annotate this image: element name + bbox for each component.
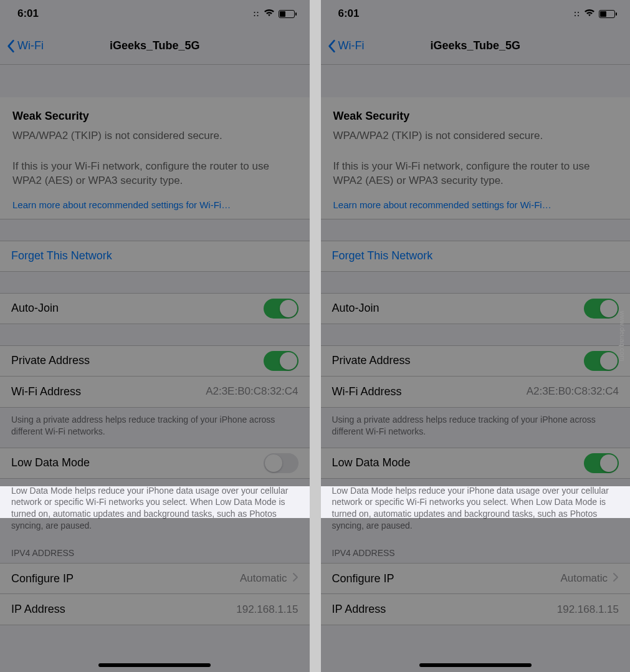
back-button[interactable]: Wi-Fi <box>327 39 365 53</box>
low-data-mode-footer: Low Data Mode helps reduce your iPhone d… <box>321 479 631 536</box>
configure-ip-label: Configure IP <box>332 572 394 585</box>
private-address-footer: Using a private address helps reduce tra… <box>0 408 310 441</box>
private-address-footer: Using a private address helps reduce tra… <box>321 408 631 441</box>
wifi-address-value: A2:3E:B0:C8:32:C4 <box>527 385 619 398</box>
forget-network-button[interactable]: Forget This Network <box>0 241 310 272</box>
nav-bar: Wi-Fi iGeeks_Tube_5G <box>321 27 631 65</box>
battery-icon <box>599 10 615 18</box>
security-warning: Weak Security WPA/WPA2 (TKIP) is not con… <box>0 97 310 219</box>
forget-network-button[interactable]: Forget This Network <box>321 241 631 272</box>
private-address-row: Private Address <box>321 345 631 377</box>
status-time: 6:01 <box>338 7 360 20</box>
back-button[interactable]: Wi-Fi <box>6 39 44 53</box>
private-address-toggle[interactable] <box>584 351 619 371</box>
configure-ip-value: Automatic <box>560 572 608 585</box>
ip-address-label: IP Address <box>332 603 386 616</box>
home-indicator[interactable] <box>419 663 532 667</box>
chevron-left-icon <box>327 39 336 53</box>
dual-sim-icon: :: <box>574 10 580 17</box>
learn-more-link[interactable]: Learn more about recommended settings fo… <box>12 199 297 210</box>
low-data-mode-row: Low Data Mode <box>321 448 631 479</box>
security-msg2: If this is your Wi-Fi network, configure… <box>333 160 618 188</box>
low-data-mode-row: Low Data Mode <box>0 448 310 479</box>
ipv4-section-label: IPV4 ADDRESS <box>321 535 631 563</box>
status-time: 6:01 <box>17 7 39 20</box>
page-title: iGeeks_Tube_5G <box>430 39 520 52</box>
ip-address-row: IP Address 192.168.1.15 <box>0 594 310 625</box>
ip-address-label: IP Address <box>11 603 65 616</box>
status-bar: 6:01 :: <box>321 0 631 27</box>
page-title: iGeeks_Tube_5G <box>110 39 200 52</box>
battery-icon <box>279 10 295 18</box>
chevron-left-icon <box>6 39 15 53</box>
security-heading: Weak Security <box>12 110 297 123</box>
wifi-icon <box>584 8 595 19</box>
chevron-right-icon <box>292 572 298 585</box>
wifi-address-value: A2:3E:B0:C8:32:C4 <box>206 385 298 398</box>
security-warning: Weak Security WPA/WPA2 (TKIP) is not con… <box>321 97 631 219</box>
status-icons: :: <box>254 8 295 19</box>
home-indicator[interactable] <box>98 663 211 667</box>
private-address-label: Private Address <box>11 354 90 367</box>
wifi-icon <box>264 8 275 19</box>
ipv4-section-label: IPV4 ADDRESS <box>0 535 310 563</box>
low-data-mode-toggle[interactable] <box>584 453 619 473</box>
configure-ip-row[interactable]: Configure IP Automatic <box>0 563 310 594</box>
watermark: www.deuaq.com <box>619 311 626 362</box>
configure-ip-row[interactable]: Configure IP Automatic <box>321 563 631 594</box>
wifi-address-row: Wi-Fi Address A2:3E:B0:C8:32:C4 <box>321 377 631 408</box>
low-data-mode-footer: Low Data Mode helps reduce your iPhone d… <box>0 479 310 536</box>
nav-bar: Wi-Fi iGeeks_Tube_5G <box>0 27 310 65</box>
private-address-label: Private Address <box>332 354 411 367</box>
low-data-mode-toggle[interactable] <box>264 453 298 473</box>
private-address-row: Private Address <box>0 345 310 377</box>
screenshot-left: 6:01 :: Wi-Fi iGeeks_Tube_5G Weak Securi… <box>0 0 310 672</box>
status-bar: 6:01 :: <box>0 0 310 27</box>
security-heading: Weak Security <box>333 110 618 123</box>
auto-join-row: Auto-Join <box>321 293 631 324</box>
dual-sim-icon: :: <box>254 10 260 17</box>
auto-join-row: Auto-Join <box>0 293 310 324</box>
chevron-right-icon <box>613 572 619 585</box>
low-data-mode-label: Low Data Mode <box>11 456 90 469</box>
auto-join-toggle[interactable] <box>264 299 298 319</box>
security-msg1: WPA/WPA2 (TKIP) is not considered secure… <box>12 129 297 143</box>
private-address-toggle[interactable] <box>264 351 298 371</box>
status-icons: :: <box>574 8 615 19</box>
configure-ip-value: Automatic <box>240 572 287 585</box>
wifi-address-label: Wi-Fi Address <box>332 385 402 398</box>
ip-address-value: 192.168.1.15 <box>236 603 298 616</box>
back-label: Wi-Fi <box>17 39 44 52</box>
screenshot-right: 6:01 :: Wi-Fi iGeeks_Tube_5G Weak Securi… <box>321 0 631 672</box>
auto-join-label: Auto-Join <box>332 302 379 315</box>
wifi-address-label: Wi-Fi Address <box>11 385 81 398</box>
back-label: Wi-Fi <box>338 39 365 52</box>
wifi-address-row: Wi-Fi Address A2:3E:B0:C8:32:C4 <box>0 377 310 408</box>
learn-more-link[interactable]: Learn more about recommended settings fo… <box>333 199 618 210</box>
security-msg2: If this is your Wi-Fi network, configure… <box>12 160 297 188</box>
ip-address-value: 192.168.1.15 <box>557 603 619 616</box>
auto-join-label: Auto-Join <box>11 302 59 315</box>
configure-ip-label: Configure IP <box>11 572 74 585</box>
low-data-mode-label: Low Data Mode <box>332 456 411 469</box>
security-msg1: WPA/WPA2 (TKIP) is not considered secure… <box>333 129 618 143</box>
auto-join-toggle[interactable] <box>584 299 619 319</box>
ip-address-row: IP Address 192.168.1.15 <box>321 594 631 625</box>
